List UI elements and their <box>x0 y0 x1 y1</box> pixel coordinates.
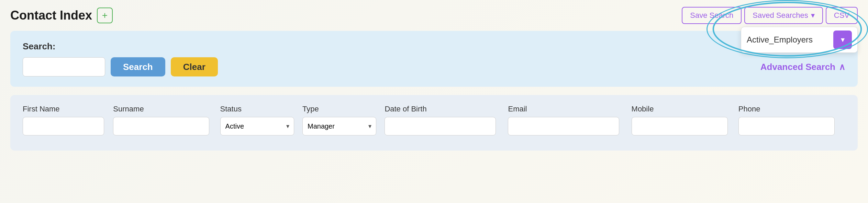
search-section-label: Search: <box>23 41 845 52</box>
saved-searches-button[interactable]: Saved Searches ▾ <box>744 7 823 24</box>
field-email: Email <box>508 105 631 135</box>
dropdown-arrow-icon: ▾ <box>841 35 845 44</box>
field-first-name: First Name <box>23 105 113 135</box>
field-type: Type Manager Employee All ▾ <box>302 105 385 135</box>
saved-search-name: Active_Employers <box>747 35 829 45</box>
search-input[interactable] <box>23 57 105 76</box>
header-row: Contact Index + Save Search Saved Search… <box>10 7 858 24</box>
fields-row: First Name Surname Status Active Inactiv… <box>23 105 845 135</box>
field-surname: Surname <box>113 105 220 135</box>
title-section: Contact Index + <box>10 8 113 23</box>
search-left: Search Clear <box>23 57 218 76</box>
search-button[interactable]: Search <box>111 57 165 76</box>
saved-search-dropdown: Active_Employers ▾ <box>741 27 858 53</box>
mobile-label: Mobile <box>632 105 738 114</box>
surname-input[interactable] <box>113 117 209 135</box>
advanced-fields: First Name Surname Status Active Inactiv… <box>10 95 858 151</box>
saved-search-dropdown-arrow-button[interactable]: ▾ <box>833 31 852 49</box>
first-name-label: First Name <box>23 105 113 114</box>
saved-searches-label: Saved Searches <box>753 11 808 20</box>
email-label: Email <box>508 105 631 114</box>
advanced-search-label: Advanced Search <box>760 62 835 72</box>
field-dob: Date of Birth <box>385 105 508 135</box>
header-actions: Save Search Saved Searches ▾ CSV Active_… <box>682 7 858 24</box>
save-search-button[interactable]: Save Search <box>682 7 742 24</box>
page-wrapper: Contact Index + Save Search Saved Search… <box>0 0 868 203</box>
field-status: Status Active Inactive All ▾ <box>220 105 302 135</box>
surname-label: Surname <box>113 105 220 114</box>
type-select-wrapper: Manager Employee All ▾ <box>302 117 376 135</box>
clear-button[interactable]: Clear <box>171 57 218 76</box>
first-name-input[interactable] <box>23 117 104 135</box>
advanced-search-chevron-icon: ∧ <box>839 62 845 72</box>
advanced-search-toggle[interactable]: Advanced Search ∧ <box>760 62 845 72</box>
dob-input[interactable] <box>385 117 496 135</box>
type-label: Type <box>302 105 385 114</box>
search-panel: Search: Search Clear Advanced Search ∧ <box>10 31 858 87</box>
csv-button[interactable]: CSV <box>826 7 858 24</box>
email-input[interactable] <box>508 117 619 135</box>
phone-label: Phone <box>738 105 845 114</box>
status-select-wrapper: Active Inactive All ▾ <box>220 117 294 135</box>
dob-label: Date of Birth <box>385 105 508 114</box>
status-label: Status <box>220 105 302 114</box>
mobile-input[interactable] <box>632 117 728 135</box>
status-select[interactable]: Active Inactive All <box>220 117 294 135</box>
saved-searches-chevron-icon: ▾ <box>811 11 815 20</box>
add-contact-button[interactable]: + <box>97 8 113 23</box>
type-select[interactable]: Manager Employee All <box>302 117 376 135</box>
phone-input[interactable] <box>738 117 835 135</box>
field-phone: Phone <box>738 105 845 135</box>
search-row: Search Clear Advanced Search ∧ <box>23 57 845 76</box>
field-mobile: Mobile <box>632 105 738 135</box>
page-title: Contact Index <box>10 8 92 23</box>
